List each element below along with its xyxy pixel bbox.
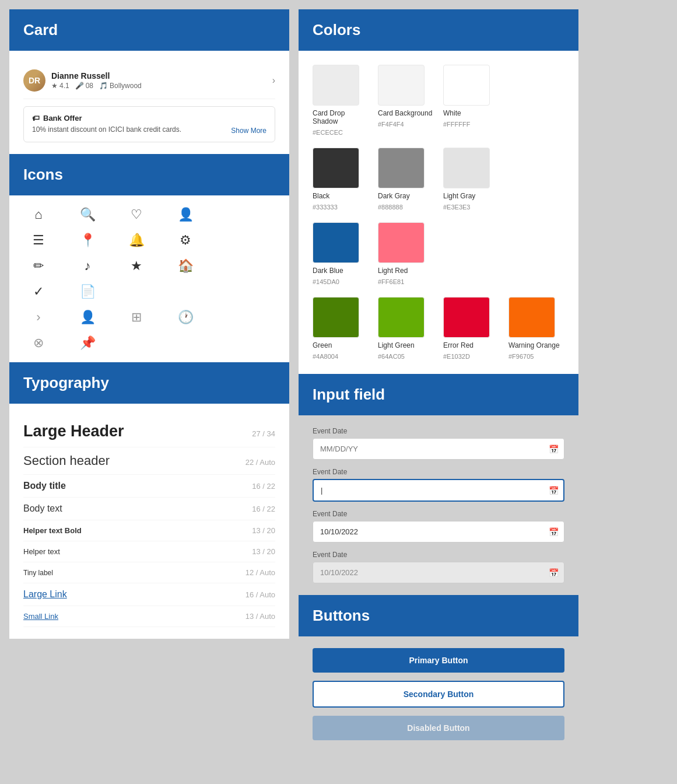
input-section-header: Input field xyxy=(299,374,578,415)
clock-icon[interactable]: 🕐 xyxy=(168,310,203,325)
location-icon[interactable]: 📍 xyxy=(70,233,105,248)
typography-section-header: Typography xyxy=(9,362,289,404)
color-swatch xyxy=(443,148,490,188)
typo-tiny-label-spec: 12 / Auto xyxy=(245,568,275,577)
buttons-title: Buttons xyxy=(313,607,564,625)
menu-icon[interactable]: ☰ xyxy=(21,233,56,248)
offer-icon: 🏷 xyxy=(32,114,40,123)
mic-icon: 🎤 xyxy=(75,82,84,90)
colors-grid: Card Drop Shadow #ECECEC Card Background… xyxy=(299,51,578,374)
empty-col3 xyxy=(119,335,154,351)
card-user-row[interactable]: DR Dianne Russell ★ 4.1 🎤 08 xyxy=(23,62,275,99)
typo-row-body-title: Body title 16 / 22 xyxy=(23,475,275,498)
disabled-button: Disabled Button xyxy=(313,716,564,740)
map-pin-icon[interactable]: 📌 xyxy=(70,335,105,351)
color-swatch xyxy=(313,148,359,188)
date-input-focused[interactable] xyxy=(313,479,564,502)
color-green: Green #4A8004 xyxy=(313,297,369,360)
table-icon[interactable]: ⊞ xyxy=(119,310,154,325)
profile-icon[interactable]: 👤 xyxy=(70,310,105,325)
user-tag: 🎵 Bollywood xyxy=(99,82,142,90)
date-input-disabled xyxy=(313,562,564,583)
star-icon: ★ xyxy=(51,82,58,90)
typography-section: Typography Large Header 27 / 34 Section … xyxy=(9,362,289,639)
color-light-green: Light Green #64AC05 xyxy=(378,297,434,360)
color-empty-1 xyxy=(508,65,564,136)
date-input-filled[interactable] xyxy=(313,521,564,542)
typo-tiny-label: Tiny label xyxy=(23,569,53,577)
color-swatch xyxy=(313,65,359,106)
color-swatch xyxy=(508,297,555,338)
home-icon[interactable]: ⌂ xyxy=(21,207,56,222)
show-more-link[interactable]: Show More xyxy=(231,126,266,136)
empty-col1 xyxy=(119,284,154,299)
input-label-4: Event Date xyxy=(313,551,564,559)
star-icon[interactable]: ★ xyxy=(119,258,154,274)
secondary-button[interactable]: Secondary Button xyxy=(313,681,564,708)
check-circle-icon[interactable]: ✓ xyxy=(21,284,56,299)
settings-icon[interactable]: ⚙ xyxy=(168,233,203,248)
date-input-default[interactable] xyxy=(313,438,564,460)
user-info: Dianne Russell ★ 4.1 🎤 08 🎵 Bollywood xyxy=(51,71,272,90)
user-rating: ★ 4.1 xyxy=(51,82,69,90)
person-icon[interactable]: 👤 xyxy=(168,207,203,222)
color-warning-orange: Warning Orange #F96705 xyxy=(508,297,564,360)
color-empty-2 xyxy=(508,148,564,211)
color-black: Black #333333 xyxy=(313,148,369,211)
empty-col2 xyxy=(168,284,203,299)
color-light-gray: Light Gray #E3E3E3 xyxy=(443,148,499,211)
calendar-icon-2: 📅 xyxy=(549,486,559,495)
user-name: Dianne Russell xyxy=(51,71,272,80)
input-label-3: Event Date xyxy=(313,510,564,518)
typo-helper-bold: Helper text Bold xyxy=(23,526,82,535)
card-section-body: DR Dianne Russell ★ 4.1 🎤 08 xyxy=(9,51,289,154)
bell-icon[interactable]: 🔔 xyxy=(119,233,154,248)
house-icon[interactable]: 🏠 xyxy=(168,258,203,274)
typo-body-title-spec: 16 / 22 xyxy=(252,482,275,491)
input-wrapper-1: 📅 xyxy=(313,438,564,460)
empty-col4 xyxy=(168,335,203,351)
input-label-1: Event Date xyxy=(313,427,564,435)
input-group-filled: Event Date 📅 xyxy=(313,510,564,542)
typo-helper-bold-spec: 13 / 20 xyxy=(252,526,275,535)
chevron-icon[interactable]: › xyxy=(21,310,56,325)
bank-offer-text: 10% instant discount on ICICI bank credi… xyxy=(32,125,266,135)
color-error-red: Error Red #E1032D xyxy=(443,297,499,360)
color-dark-blue: Dark Blue #145DA0 xyxy=(313,222,369,285)
user-meta: ★ 4.1 🎤 08 🎵 Bollywood xyxy=(51,82,272,90)
typo-large-header-spec: 27 / 34 xyxy=(252,429,275,438)
typo-row-body-text: Body text 16 / 22 xyxy=(23,498,275,520)
icons-section: Icons ⌂ 🔍 ♡ 👤 ☰ 📍 🔔 ⚙ ✏ ♪ ★ 🏠 ✓ xyxy=(9,154,289,362)
typo-row-tiny-label: Tiny label 12 / Auto xyxy=(23,562,275,583)
heart-icon[interactable]: ♡ xyxy=(119,207,154,222)
close-circle-icon[interactable]: ⊗ xyxy=(21,335,56,351)
primary-button[interactable]: Primary Button xyxy=(313,648,564,673)
input-group-default: Event Date 📅 xyxy=(313,427,564,460)
input-wrapper-2: 📅 xyxy=(313,479,564,502)
typo-small-link-spec: 13 / Auto xyxy=(245,612,275,621)
card-title: Card xyxy=(23,21,275,39)
icons-grid: ⌂ 🔍 ♡ 👤 ☰ 📍 🔔 ⚙ ✏ ♪ ★ 🏠 ✓ 📄 xyxy=(9,195,289,362)
typo-small-link[interactable]: Small Link xyxy=(23,612,58,621)
document-icon[interactable]: 📄 xyxy=(70,284,105,299)
input-section: Input field Event Date 📅 Event Date 📅 xyxy=(299,374,578,595)
color-card-drop-shadow: Card Drop Shadow #ECECEC xyxy=(313,65,369,136)
typo-section-header-spec: 22 / Auto xyxy=(245,458,275,467)
color-card-background: Card Background #F4F4F4 xyxy=(378,65,434,136)
input-group-focused: Event Date 📅 xyxy=(313,468,564,502)
typo-large-link[interactable]: Large Link xyxy=(23,589,67,600)
colors-section-header: Colors xyxy=(299,9,578,51)
calendar-icon-4: 📅 xyxy=(549,568,559,578)
typo-row-large-link: Large Link 16 / Auto xyxy=(23,583,275,606)
pencil-icon[interactable]: ✏ xyxy=(21,258,56,274)
color-white: White #FFFFFF xyxy=(443,65,499,136)
colors-title: Colors xyxy=(313,21,564,39)
card-section-header: Card xyxy=(9,9,289,51)
search-icon[interactable]: 🔍 xyxy=(70,207,105,222)
music-note-icon[interactable]: ♪ xyxy=(70,258,105,274)
color-swatch xyxy=(443,297,490,338)
input-label-2: Event Date xyxy=(313,468,564,476)
input-group-disabled: Event Date 📅 xyxy=(313,551,564,583)
input-wrapper-3: 📅 xyxy=(313,521,564,542)
typography-title: Typography xyxy=(23,374,275,392)
